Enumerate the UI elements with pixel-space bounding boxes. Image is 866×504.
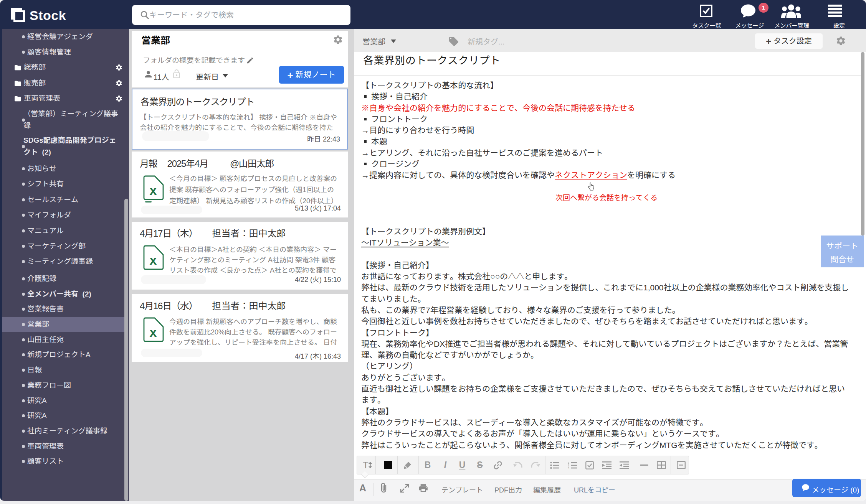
svg-text:2: 2 [568,464,569,467]
svg-text:x: x [150,325,157,339]
svg-text:3: 3 [568,467,569,469]
svg-text:x: x [150,183,157,198]
svg-text:x: x [150,253,157,267]
svg-text:1: 1 [568,461,569,464]
